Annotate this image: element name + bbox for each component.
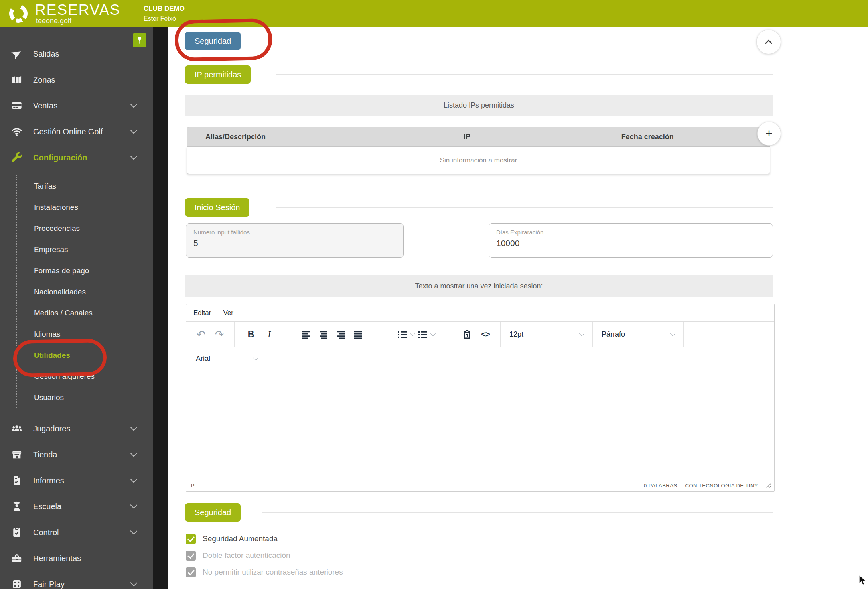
sidebar: Salidas Zonas Ventas Gestión Online Golf…: [0, 27, 168, 589]
sidebar-item-fair-play[interactable]: Fair Play: [0, 571, 152, 589]
sidebar-item-escuela[interactable]: Escuela: [0, 493, 152, 519]
sidebar-subitem-gestion-alquileres[interactable]: Gestion alquileres: [17, 366, 152, 387]
credit-card-icon: [11, 100, 22, 111]
sidebar-item-herramientas[interactable]: Herramientas: [0, 545, 152, 571]
insert-group: <>: [452, 322, 501, 347]
sidebar-item-ventas[interactable]: Ventas: [0, 93, 152, 118]
editor-menu-ver[interactable]: Ver: [223, 309, 233, 317]
add-ip-button[interactable]: +: [757, 122, 781, 146]
font-size-group: 12pt: [501, 322, 593, 347]
checkbox-label: Doble factor autenticación: [203, 551, 290, 560]
wrench-icon: [11, 152, 22, 163]
graduation-icon: [11, 501, 22, 512]
block-format-group: Párrafo: [593, 322, 684, 347]
chevron-down-icon: [130, 527, 137, 534]
sidebar-item-control[interactable]: Control: [0, 519, 152, 545]
chevron-down-icon[interactable]: [253, 355, 258, 360]
chevron-down-icon[interactable]: [410, 331, 415, 336]
numbered-list-button[interactable]: [417, 327, 429, 343]
users-icon: [11, 423, 22, 434]
font-size-dropdown[interactable]: 12pt: [501, 330, 592, 339]
sidebar-item-zonas[interactable]: Zonas: [0, 67, 152, 93]
align-center-button[interactable]: [318, 327, 330, 343]
bold-button[interactable]: B: [245, 327, 257, 343]
sidebar-subitem-formas-de-pago[interactable]: Formas de pago: [17, 260, 152, 281]
sidebar-item-jugadores[interactable]: Jugadores: [0, 416, 152, 441]
sidebar-item-configuracion[interactable]: Configuración: [0, 144, 152, 170]
align-right-button[interactable]: [335, 327, 347, 343]
sidebar-item-tienda[interactable]: Tienda: [0, 441, 152, 467]
paste-text-button[interactable]: [461, 327, 473, 343]
font-family-value[interactable]: Arial: [196, 355, 254, 363]
chevron-down-icon: [130, 100, 137, 108]
main-content: Seguridad IP permitidas Listado IPs perm…: [170, 27, 868, 589]
header-divider: [136, 5, 136, 22]
sidebar-item-label: Control: [33, 528, 59, 537]
sidebar-subitem-procedencias[interactable]: Procedencias: [17, 218, 152, 239]
send-icon: [11, 48, 22, 59]
report-icon: [11, 475, 22, 486]
app: RESERVAS teeone.golf CLUB DEMO Ester Fei…: [0, 0, 868, 589]
divider: [265, 41, 755, 41]
no-permitir-contrasenas-checkbox[interactable]: [186, 567, 196, 577]
italic-button[interactable]: I: [263, 327, 275, 343]
ip-table-empty-row: Sin información a mostrar: [187, 147, 770, 174]
block-format-value: Párrafo: [602, 330, 625, 339]
sidebar-item-label: Tienda: [33, 450, 57, 459]
word-count[interactable]: 0 PALABRAS: [644, 483, 677, 489]
resize-grip-icon[interactable]: [766, 483, 771, 488]
mouse-cursor: [858, 574, 867, 586]
collapse-section-button[interactable]: [756, 30, 781, 54]
sidebar-subitem-utilidades[interactable]: Utilidades: [17, 345, 152, 366]
brand-logo-icon: [8, 3, 29, 24]
chevron-down-icon[interactable]: [430, 331, 436, 336]
failed-attempts-field: Numero input fallidos: [186, 223, 404, 258]
justify-button[interactable]: [352, 327, 364, 343]
brand-name: RESERVAS: [35, 2, 120, 18]
editor-status-bar: P 0 PALABRAS CON TECNOLOGÍA DE TINY: [186, 479, 774, 491]
toolbox-icon: [11, 553, 22, 564]
block-format-dropdown[interactable]: Párrafo: [593, 330, 683, 339]
align-left-button[interactable]: [301, 327, 313, 343]
sidebar-item-label: Gestión Online Golf: [33, 127, 103, 136]
dice-icon: [11, 579, 22, 589]
sidebar-subitem-usuarios[interactable]: Usuarios: [17, 387, 152, 408]
configuracion-submenu: Tarifas Instalaciones Procedencias Empre…: [16, 175, 152, 408]
expiration-days-field: Días Expiraración: [489, 223, 773, 258]
field-label: Numero input fallidos: [193, 229, 396, 236]
login-banner-title: Texto a mostrar una vez iniciada sesion:: [185, 275, 773, 297]
sidebar-item-salidas[interactable]: Salidas: [0, 41, 152, 67]
sidebar-subitem-tarifas[interactable]: Tarifas: [17, 175, 152, 197]
expiration-days-input[interactable]: [496, 238, 765, 248]
seguridad-aumentada-checkbox[interactable]: [186, 534, 196, 544]
editor-content-area[interactable]: [186, 370, 774, 479]
chevron-down-icon: [130, 152, 137, 160]
sidebar-item-informes[interactable]: Informes: [0, 467, 152, 493]
undo-button[interactable]: ↶: [195, 327, 207, 343]
app-header: RESERVAS teeone.golf CLUB DEMO Ester Fei…: [0, 0, 868, 27]
sidebar-item-label: Zonas: [33, 75, 55, 84]
doble-factor-checkbox[interactable]: [186, 551, 196, 561]
page-title-chip[interactable]: Seguridad: [185, 32, 241, 50]
failed-attempts-input[interactable]: [193, 238, 396, 248]
sidebar-subitem-medios-canales[interactable]: Medios / Canales: [17, 302, 152, 323]
store-icon: [11, 449, 22, 460]
redo-button[interactable]: ↷: [213, 327, 225, 343]
divider: [276, 74, 773, 75]
sidebar-subitem-instalaciones[interactable]: Instalaciones: [17, 197, 152, 218]
clipboard-check-icon: [11, 527, 22, 538]
sidebar-item-gestion-online-golf[interactable]: Gestión Online Golf: [0, 118, 152, 144]
bullet-list-button[interactable]: [397, 327, 408, 343]
checkbox-row-doble-factor: Doble factor autenticación: [186, 550, 290, 561]
source-code-button[interactable]: <>: [479, 327, 491, 343]
sidebar-subitem-empresas[interactable]: Empresas: [17, 239, 152, 260]
element-path[interactable]: P: [191, 483, 195, 489]
powered-by-tiny: CON TECNOLOGÍA DE TINY: [685, 483, 758, 489]
chevron-up-icon: [763, 36, 774, 47]
sidebar-item-label: Escuela: [33, 502, 61, 511]
sidebar-subitem-idiomas[interactable]: Idiomas: [17, 323, 152, 345]
login-section-chip: Inicio Sesión: [185, 198, 249, 217]
sidebar-subitem-nacionalidades[interactable]: Nacionalidades: [17, 281, 152, 302]
editor-menu-editar[interactable]: Editar: [193, 309, 211, 317]
sidebar-item-label: Herramientas: [33, 554, 81, 563]
